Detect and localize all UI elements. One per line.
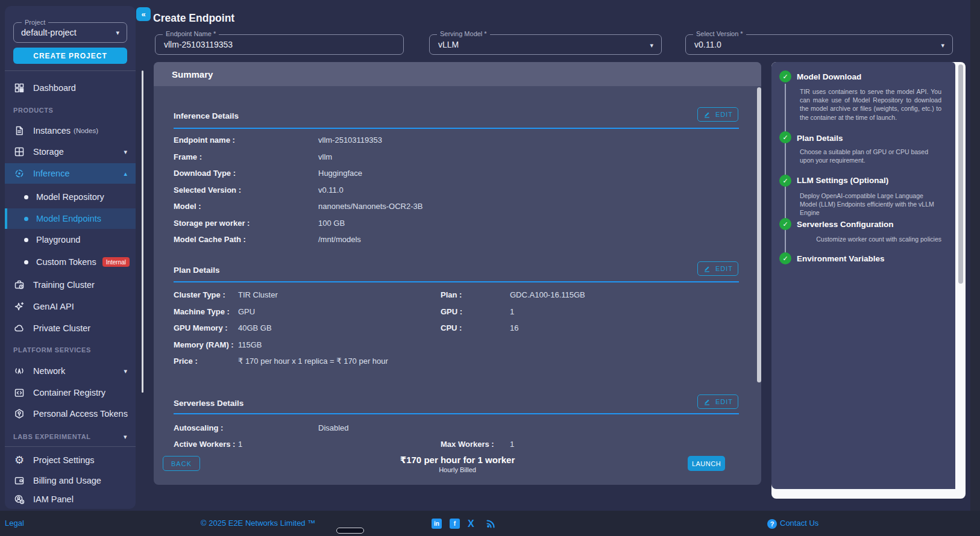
sidebar: Project default-project ▾ CREATE PROJECT… bbox=[5, 6, 136, 509]
select-version-value: v0.11.0 bbox=[694, 40, 721, 49]
section-underline bbox=[174, 413, 739, 414]
sidebar-item-billing-and-usage[interactable]: Billing and Usage bbox=[5, 470, 136, 491]
edit-serverless-button[interactable]: EDIT bbox=[697, 394, 738, 409]
launch-button[interactable]: LAUNCH bbox=[688, 456, 725, 471]
project-selected-value: default-project bbox=[21, 28, 116, 37]
select-version-select[interactable]: Select Version * v0.11.0 ▾ bbox=[685, 34, 953, 55]
sidebar-item-label: GenAI API bbox=[33, 302, 74, 311]
sidebar-item-genai-api[interactable]: GenAI API bbox=[5, 296, 136, 317]
check-icon: ✓ bbox=[779, 70, 791, 83]
sidebar-divider bbox=[5, 70, 136, 71]
create-project-button[interactable]: CREATE PROJECT bbox=[13, 48, 127, 64]
row-label: Frame : bbox=[174, 152, 202, 161]
summary-scrollbar[interactable] bbox=[757, 87, 761, 382]
sidebar-item-label: Training Cluster bbox=[33, 280, 95, 290]
row-value: 115GB bbox=[238, 340, 262, 349]
row-label: CPU : bbox=[441, 323, 462, 332]
sidebar-item-training-cluster[interactable]: Training Cluster bbox=[5, 275, 136, 295]
sidebar-item-custom-tokens[interactable]: Custom Tokens Internal bbox=[5, 252, 136, 272]
sidebar-item-label: Inference bbox=[33, 169, 69, 178]
rss-icon[interactable] bbox=[486, 519, 496, 529]
row-value: 1 bbox=[510, 307, 514, 316]
token-hexagon-icon bbox=[13, 408, 25, 420]
row-label: Active Workers : bbox=[174, 440, 235, 449]
internal-badge: Internal bbox=[102, 257, 130, 267]
row-label: Autoscaling : bbox=[174, 423, 223, 432]
row-label: Memory (RAM) : bbox=[174, 340, 234, 349]
x-icon[interactable]: X bbox=[468, 519, 478, 529]
sidebar-item-suffix: (Nodes) bbox=[74, 127, 98, 134]
sidebar-item-instances[interactable]: Instances (Nodes) bbox=[5, 120, 136, 141]
row-label: Plan : bbox=[441, 290, 462, 299]
document-icon bbox=[13, 125, 25, 137]
row-label: Model Cache Path : bbox=[174, 235, 246, 244]
container-registry-icon bbox=[13, 387, 25, 399]
sidebar-item-label: Model Repository bbox=[36, 192, 104, 202]
sidebar-item-container-registry[interactable]: Container Registry bbox=[5, 382, 136, 403]
steps-panel: ✓ Model Download TIR uses containers to … bbox=[771, 62, 966, 499]
inference-icon bbox=[13, 167, 25, 179]
sidebar-item-label: Private Cluster bbox=[33, 323, 90, 333]
sidebar-item-label: IAM Panel bbox=[33, 494, 74, 504]
question-icon[interactable]: ? bbox=[767, 519, 777, 529]
serving-model-label: Serving Model * bbox=[437, 30, 490, 37]
contact-us-link[interactable]: Contact Us bbox=[780, 519, 818, 528]
sidebar-item-label: Dashboard bbox=[33, 83, 76, 93]
sidebar-scrollbar[interactable] bbox=[142, 70, 143, 393]
steps-scrollbar[interactable] bbox=[958, 64, 963, 284]
sidebar-item-dashboard[interactable]: Dashboard bbox=[5, 78, 136, 98]
edit-inference-button[interactable]: EDIT bbox=[697, 107, 738, 122]
sidebar-item-label: Playground bbox=[36, 235, 80, 245]
collapse-sidebar-button[interactable]: « bbox=[136, 7, 151, 21]
edit-plan-button[interactable]: EDIT bbox=[697, 261, 738, 276]
row-value: GDC.A100-16.115GB bbox=[510, 290, 585, 299]
sidebar-item-label: Custom Tokens bbox=[36, 257, 96, 267]
facebook-icon[interactable]: f bbox=[450, 519, 460, 529]
linkedin-icon[interactable]: in bbox=[432, 519, 442, 529]
section-underline bbox=[174, 128, 739, 129]
chevron-down-icon: ▾ bbox=[124, 433, 127, 441]
row-value: v0.11.0 bbox=[318, 185, 344, 195]
iam-user-icon bbox=[13, 493, 25, 505]
sidebar-item-storage[interactable]: Storage ▾ bbox=[5, 142, 136, 162]
chevron-down-icon: ▾ bbox=[116, 29, 119, 37]
row-value: 16 bbox=[510, 323, 518, 332]
steps-content: ✓ Model Download TIR uses containers to … bbox=[771, 62, 955, 489]
row-value: 1 bbox=[510, 440, 514, 449]
pencil-icon bbox=[703, 397, 711, 406]
sidebar-item-iam-panel[interactable]: IAM Panel bbox=[5, 489, 136, 510]
sidebar-item-personal-access-tokens[interactable]: Personal Access Tokens bbox=[5, 404, 136, 424]
pencil-icon bbox=[703, 110, 711, 119]
sparkles-icon bbox=[13, 301, 25, 313]
check-icon: ✓ bbox=[779, 131, 791, 143]
sidebar-item-model-repository[interactable]: Model Repository bbox=[5, 187, 136, 207]
sidebar-item-project-settings[interactable]: ⚙ Project Settings bbox=[5, 450, 136, 470]
row-label: Storage per worker : bbox=[174, 219, 250, 228]
billing-note: Hourly Billed bbox=[154, 466, 761, 473]
row-label: Download Type : bbox=[174, 169, 236, 178]
bullet-icon bbox=[24, 195, 28, 199]
step-desc: Customize worker count with scaling poli… bbox=[800, 235, 941, 243]
legal-link[interactable]: Legal bbox=[5, 519, 24, 528]
endpoint-name-value: vllm-25103119353 bbox=[164, 40, 233, 49]
row-value: ₹ 170 per hour x 1 replica = ₹ 170 per h… bbox=[238, 357, 388, 366]
serving-model-select[interactable]: Serving Model * vLLM ▾ bbox=[429, 34, 662, 55]
sidebar-item-inference[interactable]: Inference ▴ bbox=[5, 163, 136, 184]
price-summary: ₹170 per hour for 1 worker bbox=[154, 455, 761, 466]
chevron-down-icon: ▾ bbox=[941, 42, 944, 49]
summary-card: Summary Inference Details EDIT Endpoint … bbox=[154, 62, 761, 485]
serverless-details-title: Serverless Details bbox=[174, 399, 243, 408]
sidebar-item-model-endpoints[interactable]: Model Endpoints bbox=[5, 208, 136, 229]
row-label: Selected Version : bbox=[174, 185, 241, 195]
step-connector-line bbox=[785, 84, 786, 256]
chevron-down-icon: ▾ bbox=[650, 42, 653, 49]
copyright-text: © 2025 E2E Networks Limited ™ bbox=[201, 519, 315, 528]
pencil-icon bbox=[703, 264, 711, 273]
back-button[interactable]: BACK bbox=[163, 456, 200, 471]
sidebar-item-playground[interactable]: Playground bbox=[5, 229, 136, 250]
sidebar-item-private-cluster[interactable]: Private Cluster bbox=[5, 318, 136, 338]
row-label: Price : bbox=[174, 357, 198, 366]
endpoint-name-field[interactable]: Endpoint Name * vllm-25103119353 bbox=[155, 34, 404, 55]
sidebar-item-network[interactable]: Network ▾ bbox=[5, 361, 136, 381]
bullet-icon bbox=[24, 260, 28, 264]
